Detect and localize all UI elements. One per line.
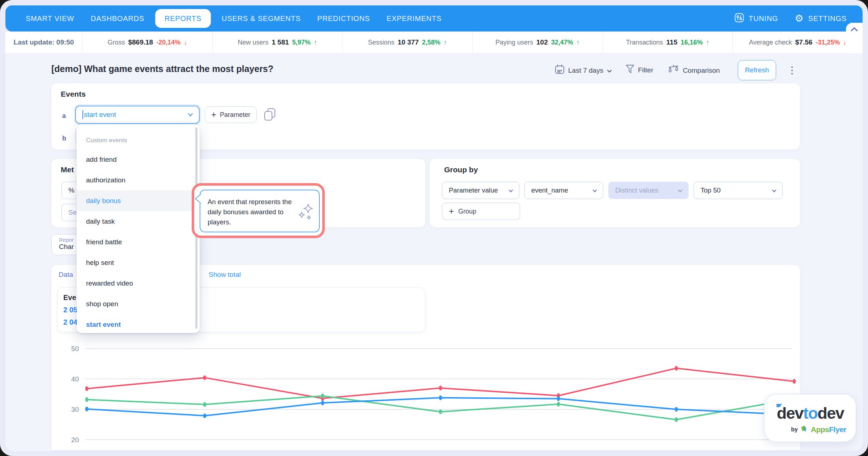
dropdown-item-help-sent[interactable]: help sent <box>77 252 200 273</box>
refresh-button[interactable]: Refresh <box>738 60 776 80</box>
stat-label: Average check <box>749 39 792 46</box>
arrow-down-icon: ↓ <box>184 39 187 46</box>
tooltip-text: players. <box>208 217 313 227</box>
dropdown-item-daily-task[interactable]: daily task <box>77 211 200 232</box>
devtodev-watermark: devtodev by AppsFlyer <box>764 394 856 442</box>
top-n-select[interactable]: Top 50 <box>694 182 783 199</box>
event-select-a-value: start event <box>84 111 188 119</box>
dropdown-group-label: Custom events <box>77 124 200 149</box>
nav-item-reports[interactable]: REPORTS <box>155 9 211 28</box>
tooltip-text: daily bonuses awarded to <box>208 207 313 217</box>
chevron-down-icon <box>592 186 597 194</box>
data-tab[interactable]: Data <box>59 271 73 279</box>
page-title: [demo] What game events attract the most… <box>51 64 273 74</box>
date-range-label: Last 7 days <box>568 67 603 75</box>
chevron-down-icon <box>509 186 513 194</box>
stat-value: 10 377 <box>398 38 419 46</box>
svg-text:40: 40 <box>71 375 79 383</box>
event-dropdown: Custom events add friend authorization d… <box>77 124 200 333</box>
stat-label: New users <box>238 39 268 46</box>
settings-button[interactable]: ⚙ SETTINGS <box>795 14 847 24</box>
dropdown-item-rewarded-video[interactable]: rewarded video <box>77 273 200 294</box>
stat-delta: -20,14% <box>156 39 180 46</box>
show-total-link[interactable]: Show total <box>209 271 241 279</box>
stat-label: Paying users <box>495 39 533 46</box>
event-row-a-label: a <box>62 112 66 120</box>
chart-point <box>203 402 207 407</box>
tuning-button[interactable]: TUNING <box>734 13 778 25</box>
arrow-up-icon: ↑ <box>706 39 709 46</box>
sparkles-icon <box>298 203 314 221</box>
top-n-value: Top 50 <box>701 186 721 194</box>
nav-item-dashboards[interactable]: DASHBOARDS <box>85 9 150 28</box>
nav-item-smart-view[interactable]: SMART VIEW <box>20 9 80 28</box>
kpi-stats-bar: Last update: 09:50 Gross $869.18 -20,14%… <box>5 32 863 53</box>
svg-text:50: 50 <box>71 345 79 352</box>
dropdown-item-daily-bonus[interactable]: daily bonus <box>77 190 200 211</box>
dropdown-item-friend-battle[interactable]: friend battle <box>77 232 200 252</box>
tuning-label: TUNING <box>749 14 778 23</box>
chart-point <box>675 407 678 412</box>
nav-item-experiments[interactable]: EXPERIMENTS <box>381 9 447 28</box>
chevron-down-icon <box>607 67 612 75</box>
filter-button[interactable]: Filter <box>626 64 653 76</box>
appsflyer-label: AppsFlyer <box>811 425 846 434</box>
more-options-button[interactable]: ⋮ <box>786 61 799 80</box>
comparison-label: Comparison <box>683 67 720 75</box>
arrow-up-icon: ↑ <box>314 39 317 46</box>
chart-point <box>321 394 324 398</box>
stat-label: Sessions <box>368 39 395 46</box>
chart-point <box>439 386 442 390</box>
top-nav: SMART VIEW DASHBOARDS REPORTS USERS & SE… <box>5 5 863 31</box>
chevron-down-icon <box>678 186 682 194</box>
stat-delta: -31,25% <box>816 39 840 46</box>
add-group-button[interactable]: + Group <box>442 203 520 220</box>
filter-label: Filter <box>638 66 653 74</box>
stat-average-check: Average check $7.56 -31,25% ↓ <box>732 32 863 53</box>
parameter-name-value: event_name <box>531 186 568 194</box>
nav-item-predictions[interactable]: PREDICTIONS <box>311 9 375 28</box>
devtodev-logo: devtodev <box>765 404 856 421</box>
distinct-values-label: Distinct values <box>615 186 658 194</box>
gear-icon: ⚙ <box>795 14 804 24</box>
metrics-card-title: Met <box>61 165 74 174</box>
chart-point <box>439 409 442 414</box>
stat-sessions: Sessions 10 377 2,58% ↑ <box>342 32 472 53</box>
dropdown-item-start-event[interactable]: start event <box>77 314 200 333</box>
funnel-icon <box>626 64 634 76</box>
chart-point <box>85 407 89 411</box>
group-type-select[interactable]: Parameter value <box>442 182 519 199</box>
stat-label: Transactions <box>626 39 663 46</box>
text-cursor <box>82 110 83 119</box>
event-row-b-label: b <box>62 135 66 142</box>
tuning-icon <box>734 13 744 25</box>
plus-icon: + <box>211 110 216 119</box>
duplicate-event-button[interactable] <box>263 108 277 122</box>
group-by-card: Group by Parameter value event_name Dist… <box>430 159 800 227</box>
calendar-icon <box>555 64 565 76</box>
chevron-down-icon <box>188 111 193 118</box>
nav-right: TUNING ⚙ SETTINGS <box>734 13 847 25</box>
chart-point <box>793 379 796 384</box>
svg-text:20: 20 <box>71 436 79 444</box>
chart-point <box>557 402 560 406</box>
event-select-a[interactable]: start event <box>75 106 200 124</box>
scroll-top-button[interactable] <box>846 23 863 53</box>
add-parameter-button[interactable]: + Parameter <box>205 106 257 123</box>
date-range-selector[interactable]: Last 7 days <box>555 64 612 76</box>
chart-point <box>203 413 207 418</box>
svg-text:30: 30 <box>71 406 79 413</box>
stat-label: Gross <box>107 39 125 46</box>
dropdown-item-authorization[interactable]: authorization <box>77 170 200 190</box>
parameter-name-select[interactable]: event_name <box>524 182 603 199</box>
last-update: Last update: 09:50 <box>5 32 82 53</box>
chart-point <box>85 397 89 402</box>
stat-delta: 5,97% <box>292 39 311 46</box>
dropdown-item-shop-open[interactable]: shop open <box>77 294 200 314</box>
dropdown-item-add-friend[interactable]: add friend <box>77 149 200 170</box>
comparison-button[interactable]: Comparison <box>668 64 720 76</box>
chart-point <box>203 375 207 380</box>
scales-icon <box>668 64 679 76</box>
nav-item-users-segments[interactable]: USERS & SEGMENTS <box>216 9 306 28</box>
chart-line-red-series <box>87 368 794 398</box>
